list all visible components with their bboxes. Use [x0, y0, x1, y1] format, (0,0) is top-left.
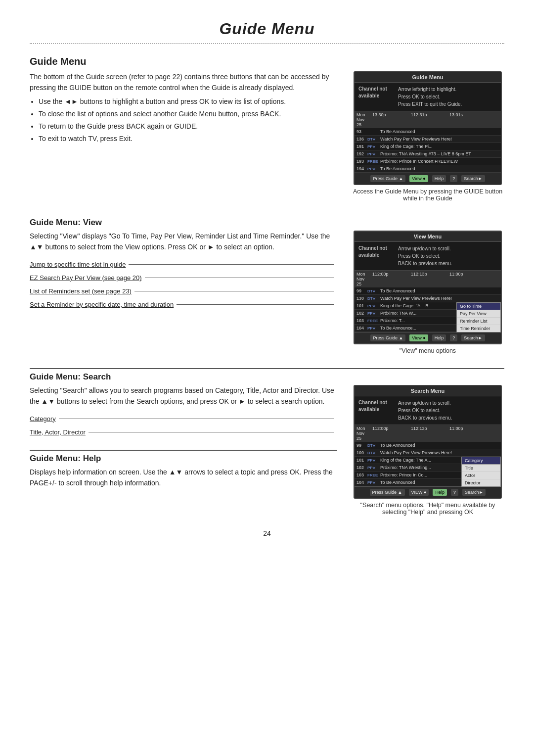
guide-menu-tv-wrapper: Guide Menu Channel not available Arrow l… — [354, 71, 502, 185]
search-time-2: 112:13p — [411, 426, 425, 441]
guide-menu-channel-label: Channel not available — [358, 86, 398, 108]
view-line-3 — [177, 304, 334, 305]
view-type-3: PPV — [367, 311, 380, 316]
view-row-1: 130 DTV Watch Pay Per View Previews Here… — [355, 295, 501, 302]
page-number: 24 — [30, 529, 504, 537]
search-prog-1: Watch Pay Per View Previews Here! — [380, 450, 499, 455]
ch-num-1: 136 — [356, 137, 367, 142]
guide-menu-tv-header: Guide Menu — [355, 72, 501, 83]
ch-type-1: DTV — [367, 137, 380, 142]
search-time-label: Mon Nov 25 — [356, 426, 370, 441]
bullet-4: To exit to watch TV, press Exit. — [39, 134, 337, 144]
view-ch-2: 101 — [356, 303, 367, 308]
ch-num-5: 194 — [356, 166, 367, 171]
guide-menu-tv-info: Channel not available Arrow left/right t… — [355, 83, 501, 111]
view-footer-help: Help — [432, 334, 446, 341]
guide-menu-time-header: Mon Nov 25 13:30p 112:31p 13:01s — [355, 111, 501, 128]
search-ch-1: 100 — [356, 450, 367, 455]
search-heading: Guide Menu: Search — [30, 372, 504, 382]
prog-2: King of the Cage: The Pi... — [380, 144, 499, 149]
ch-type-3: PPV — [367, 152, 380, 156]
search-two-col: Selecting "Search" allows you to search … — [30, 385, 504, 516]
view-ch-0: 99 — [356, 288, 367, 293]
footer-btn-help: Help — [432, 175, 446, 182]
prog-1: Watch Pay Per View Previews Here! — [380, 137, 499, 142]
guide-menu-intro: The bottom of the Guide screen (refer to… — [30, 71, 337, 94]
view-type-1: DTV — [367, 296, 380, 301]
view-annotated-0: Jump to specific time slot in guide — [30, 261, 337, 268]
view-guide-rows: Mon Nov 25 112:00p 112:13p 11:00p 99 DTV — [355, 271, 501, 332]
search-tv-info: Channel not available Arrow up/down to s… — [355, 396, 501, 425]
view-section: Guide Menu: View Selecting "View" displa… — [30, 218, 504, 354]
view-type-2: PPV — [367, 304, 380, 308]
view-link-2: List of Reminders set (see page 23) — [30, 287, 132, 295]
search-line-0 — [59, 419, 334, 419]
prog-0: To Be Announced — [380, 129, 499, 134]
search-section: Guide Menu: Search Selecting "Search" al… — [30, 368, 504, 516]
help-heading: Guide Menu: Help — [30, 454, 337, 464]
view-ch-1: 130 — [356, 296, 367, 301]
search-col-right: Search Menu Channel not available Arrow … — [351, 385, 504, 516]
view-time-1: 112:00p — [372, 272, 386, 286]
time-2: 112:31p — [411, 112, 425, 127]
guide-menu-tv-screen: Guide Menu Channel not available Arrow l… — [354, 71, 502, 185]
view-info-text: Arrow up/down to scroll. Press OK to sel… — [398, 245, 497, 267]
prog-4: Próximo: Prince In Concert FREEVIEW — [380, 159, 499, 164]
help-subsection: Guide Menu: Help Displays help informati… — [30, 450, 337, 489]
view-link-1: EZ Search Pay Per View (see page 20) — [30, 274, 142, 282]
search-ch-4: 103 — [356, 472, 367, 477]
footer-btn-search: Search► — [461, 175, 485, 182]
search-footer-guide: Press Guide ▲ — [370, 489, 405, 496]
search-type-4: FREE — [367, 473, 380, 477]
search-col-left: Selecting "Search" allows you to search … — [30, 385, 337, 489]
search-ch-3: 102 — [356, 465, 367, 470]
tv-row-4: 193 FREE Próximo: Prince In Concert FREE… — [355, 158, 501, 165]
search-popup-director: Director — [462, 479, 500, 486]
tv-row-3: 192 PPV Próximo: TNA Wrestling #73 – LIV… — [355, 150, 501, 158]
time-label-1: Mon Nov 25 — [356, 112, 370, 127]
search-footer-view: VIEW ● — [409, 489, 429, 496]
bullet-1: Use the ◄► buttons to highlight a button… — [39, 96, 337, 107]
search-link-1: Title, Actor, Director — [30, 428, 86, 436]
search-footer-help: Help — [433, 489, 447, 496]
view-prog-0: To Be Announced — [380, 288, 499, 293]
search-time-slots: 112:00p 112:13p 11:00p — [372, 426, 499, 441]
view-annotated-1: EZ Search Pay Per View (see page 20) — [30, 274, 337, 282]
search-ch-2: 101 — [356, 458, 367, 463]
search-type-0: DTV — [367, 443, 380, 448]
guide-menu-caption: Access the Guide Menu by pressing the GU… — [351, 188, 504, 202]
search-time-3: 11:00p — [449, 426, 463, 441]
search-popup-category: Category — [462, 457, 500, 465]
guide-menu-bullets: Use the ◄► buttons to highlight a button… — [39, 96, 337, 144]
search-line-1 — [89, 432, 334, 432]
search-info-text: Arrow up/down to scroll. Press OK to sel… — [398, 399, 497, 422]
footer-btn-view: View ● — [409, 175, 428, 182]
view-two-col: Selecting "View" displays "Go To Time, P… — [30, 231, 504, 354]
search-time-header: Mon Nov 25 112:00p 112:13p 11:00p — [355, 425, 501, 442]
guide-menu-info-text: Arrow left/right to highlight. Press OK … — [398, 86, 497, 108]
view-col-right: View Menu Channel not available Arrow up… — [351, 231, 504, 354]
view-type-5: PPV — [367, 326, 380, 331]
footer-btn-q: ? — [450, 175, 457, 182]
guide-menu-rows: Mon Nov 25 13:30p 112:31p 13:01s 93 — [355, 111, 501, 173]
view-footer-guide: Press Guide ▲ — [370, 334, 405, 341]
view-footer-view: View ● — [409, 334, 428, 341]
view-time-3: 11:00p — [449, 272, 463, 286]
ch-num-2: 191 — [356, 144, 367, 149]
tv-row-0: 93 To Be Announced — [355, 128, 501, 136]
ch-type-4: FREE — [367, 159, 380, 164]
search-popup-menu: Category Title Actor Director — [461, 457, 501, 487]
view-line-2 — [134, 291, 334, 291]
search-footer-search: Search► — [462, 489, 486, 496]
ch-type-5: PPV — [367, 167, 380, 171]
popup-item-timerem: Time Reminder — [457, 325, 500, 332]
guide-menu-section: Guide Menu The bottom of the Guide scree… — [30, 56, 504, 202]
view-row-0: 99 DTV To Be Announced — [355, 287, 501, 295]
search-row-1: 100 DTV Watch Pay Per View Previews Here… — [355, 449, 501, 457]
view-tv-screen: View Menu Channel not available Arrow up… — [354, 231, 502, 344]
view-time-2: 112:13p — [411, 272, 425, 286]
view-link-3: Set a Reminder by specific date, time an… — [30, 301, 174, 308]
view-footer: Press Guide ▲ View ● Help ? Search► — [355, 332, 501, 343]
search-annotated-0: Category — [30, 415, 337, 423]
search-annotated-1: Title, Actor, Director — [30, 428, 337, 436]
